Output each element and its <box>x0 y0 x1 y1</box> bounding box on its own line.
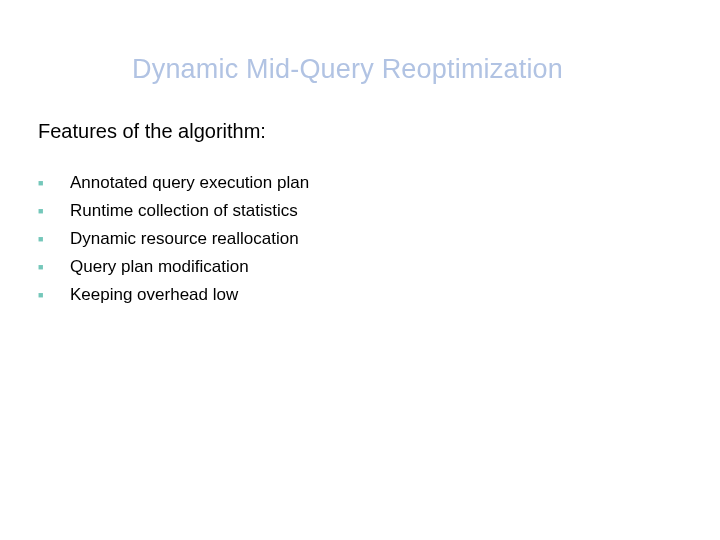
bullet-text: Query plan modification <box>70 256 249 279</box>
bullet-text: Annotated query execution plan <box>70 172 309 195</box>
list-item: ■ Dynamic resource reallocation <box>38 228 309 251</box>
list-item: ■ Runtime collection of statistics <box>38 200 309 223</box>
square-bullet-icon: ■ <box>38 205 46 217</box>
slide-subtitle: Features of the algorithm: <box>38 120 266 143</box>
slide: Dynamic Mid-Query Reoptimization Feature… <box>0 0 720 540</box>
square-bullet-icon: ■ <box>38 289 46 301</box>
square-bullet-icon: ■ <box>38 233 46 245</box>
list-item: ■ Query plan modification <box>38 256 309 279</box>
slide-title: Dynamic Mid-Query Reoptimization <box>132 54 563 85</box>
square-bullet-icon: ■ <box>38 261 46 273</box>
bullet-list: ■ Annotated query execution plan ■ Runti… <box>38 172 309 312</box>
bullet-text: Runtime collection of statistics <box>70 200 298 223</box>
list-item: ■ Annotated query execution plan <box>38 172 309 195</box>
square-bullet-icon: ■ <box>38 177 46 189</box>
bullet-text: Keeping overhead low <box>70 284 238 307</box>
bullet-text: Dynamic resource reallocation <box>70 228 299 251</box>
list-item: ■ Keeping overhead low <box>38 284 309 307</box>
